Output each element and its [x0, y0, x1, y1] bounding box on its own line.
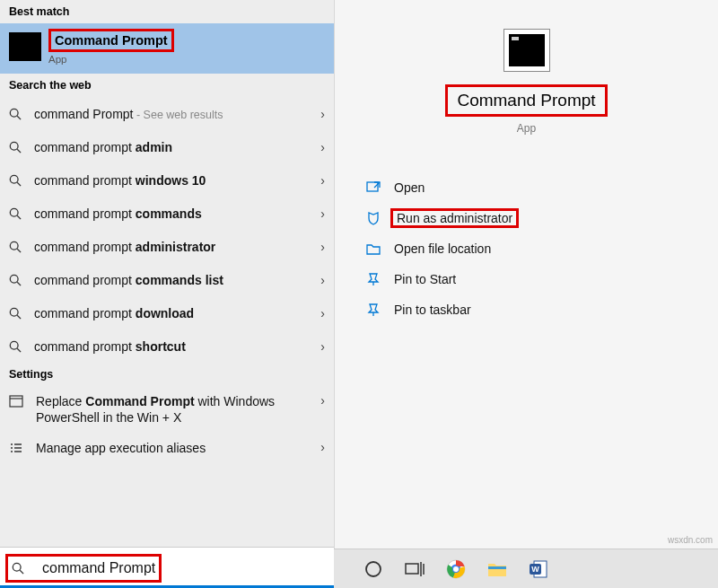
search-icon — [9, 174, 22, 187]
web-result-text: command prompt admin — [34, 140, 317, 154]
web-result-text: command prompt windows 10 — [34, 173, 317, 188]
chevron-right-icon: › — [320, 339, 325, 354]
best-match-result[interactable]: Command Prompt App — [0, 23, 334, 74]
svg-text:W: W — [531, 565, 539, 574]
pin-icon — [365, 272, 381, 286]
search-input[interactable]: command Prompt — [42, 560, 155, 576]
svg-line-7 — [17, 215, 21, 219]
best-match-header: Best match — [0, 0, 334, 23]
settings-item-aliases[interactable]: Manage app execution aliases › — [0, 433, 334, 463]
web-result-1[interactable]: command prompt admin › — [0, 130, 334, 163]
window-icon — [9, 395, 23, 408]
detail-title: Command Prompt — [445, 84, 607, 117]
action-label: Run as administrator — [390, 208, 519, 228]
web-result-text: command prompt administrator — [34, 240, 317, 254]
app-icon — [503, 29, 550, 72]
cmd-thumbnail-icon — [9, 32, 41, 61]
word-icon[interactable]: W — [528, 558, 549, 580]
search-icon — [12, 562, 24, 575]
list-icon — [9, 442, 23, 454]
web-result-4[interactable]: command prompt administrator › — [0, 230, 334, 263]
svg-line-9 — [17, 249, 21, 252]
search-icon — [9, 108, 22, 120]
svg-point-0 — [10, 109, 18, 117]
settings-header: Settings — [0, 363, 334, 386]
web-result-text: command prompt commands — [34, 206, 317, 221]
action-pin-taskbar[interactable]: Pin to taskbar — [365, 294, 718, 325]
pin-icon — [365, 303, 381, 317]
chevron-right-icon: › — [320, 393, 325, 408]
web-result-text: command prompt shortcut — [34, 339, 317, 354]
search-icon — [9, 274, 22, 286]
search-icon — [9, 307, 22, 320]
action-open-location[interactable]: Open file location — [365, 233, 718, 264]
search-icon — [9, 241, 22, 253]
search-icon — [9, 340, 22, 353]
svg-point-28 — [366, 562, 381, 576]
taskbar: W — [334, 549, 718, 588]
web-result-text: command Prompt - See web results — [34, 107, 317, 121]
best-match-title: Command Prompt — [48, 29, 174, 52]
web-result-3[interactable]: command prompt commands › — [0, 197, 334, 230]
svg-line-1 — [17, 116, 21, 119]
action-label: Pin to Start — [394, 272, 456, 286]
action-list: Open Run as administrator Open file loca… — [335, 172, 718, 325]
settings-text: Manage app execution aliases — [36, 440, 317, 456]
svg-line-25 — [20, 570, 23, 574]
action-label: Open — [394, 180, 425, 195]
cortana-icon[interactable] — [363, 558, 384, 580]
svg-point-6 — [10, 208, 18, 216]
svg-line-15 — [17, 348, 21, 352]
watermark: wsxdn.com — [668, 535, 713, 545]
chevron-right-icon: › — [320, 240, 325, 254]
web-result-5[interactable]: command prompt commands list › — [0, 263, 334, 296]
web-result-text: command prompt commands list — [34, 273, 317, 287]
search-input-row[interactable]: command Prompt — [0, 547, 334, 588]
open-icon — [365, 180, 381, 195]
chevron-right-icon: › — [320, 140, 325, 154]
chevron-right-icon: › — [320, 206, 325, 221]
file-explorer-icon[interactable] — [486, 558, 508, 580]
chevron-right-icon: › — [320, 173, 325, 188]
svg-point-12 — [10, 308, 18, 316]
svg-point-35 — [453, 566, 459, 572]
svg-point-4 — [10, 175, 18, 183]
action-open[interactable]: Open — [365, 172, 718, 203]
chevron-right-icon: › — [320, 273, 325, 287]
settings-item-replace-cmd[interactable]: Replace Command Prompt with Windows Powe… — [0, 386, 334, 433]
svg-rect-36 — [488, 566, 506, 569]
web-result-text: command prompt download — [34, 306, 317, 320]
svg-line-11 — [17, 282, 21, 285]
action-run-admin[interactable]: Run as administrator — [365, 203, 718, 233]
folder-icon — [365, 241, 381, 256]
web-result-0[interactable]: command Prompt - See web results › — [0, 97, 334, 130]
settings-text: Replace Command Prompt with Windows Powe… — [36, 393, 317, 426]
svg-point-2 — [10, 142, 18, 150]
svg-rect-26 — [367, 182, 378, 191]
detail-subtitle: App — [517, 122, 536, 135]
action-label: Pin to taskbar — [394, 303, 471, 317]
search-icon — [9, 207, 22, 220]
action-pin-start[interactable]: Pin to Start — [365, 264, 718, 294]
web-result-6[interactable]: command prompt download › — [0, 296, 334, 329]
svg-point-14 — [10, 341, 18, 349]
search-web-header: Search the web — [0, 74, 334, 97]
web-result-7[interactable]: command prompt shortcut › — [0, 329, 334, 363]
svg-line-27 — [374, 182, 380, 188]
svg-rect-16 — [10, 396, 22, 407]
svg-point-8 — [10, 241, 18, 250]
svg-line-3 — [17, 149, 21, 153]
chevron-right-icon: › — [320, 306, 325, 320]
chrome-icon[interactable] — [445, 558, 467, 580]
svg-line-5 — [17, 182, 21, 186]
chevron-right-icon: › — [320, 107, 325, 121]
svg-point-10 — [10, 275, 18, 283]
web-results-list: command Prompt - See web results › comma… — [0, 97, 334, 363]
best-match-subtitle: App — [48, 54, 174, 65]
task-view-icon[interactable] — [404, 558, 425, 580]
action-label: Open file location — [394, 241, 491, 256]
search-icon — [9, 141, 22, 154]
svg-rect-29 — [406, 564, 418, 574]
web-result-2[interactable]: command prompt windows 10 › — [0, 163, 334, 197]
shield-icon — [365, 211, 381, 225]
